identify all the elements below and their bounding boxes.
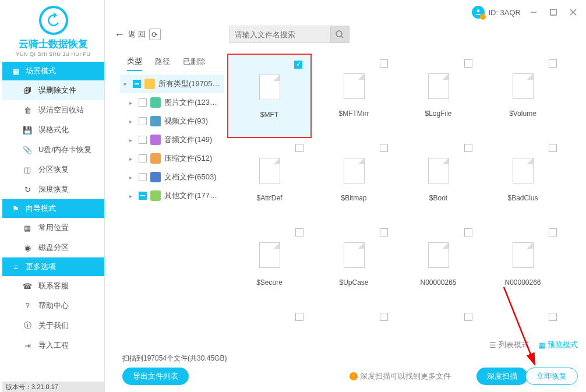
- file-name-label: $Volume: [509, 110, 536, 118]
- file-checkbox[interactable]: [380, 144, 388, 152]
- file-checkbox[interactable]: [549, 59, 557, 68]
- file-card[interactable]: N00000266: [481, 223, 565, 307]
- file-card[interactable]: [227, 307, 312, 334]
- chevron-right-icon: ▸: [129, 193, 135, 199]
- file-card[interactable]: $BadClus: [481, 138, 565, 223]
- file-name-label: $Secure: [256, 278, 283, 287]
- tree-row[interactable]: ▾所有类型(19705…: [120, 75, 224, 93]
- recover-now-button[interactable]: 立即恢复: [525, 368, 578, 385]
- file-card[interactable]: $MFTMirr: [312, 54, 396, 138]
- close-button[interactable]: [566, 5, 580, 19]
- file-name-label: N00000265: [420, 278, 456, 287]
- search-input[interactable]: [230, 26, 331, 43]
- nav-about[interactable]: ⓘ关于我们: [2, 316, 104, 336]
- file-checkbox[interactable]: [295, 228, 303, 236]
- deep-scan-tip: ! 深度扫描可以找到更多文件: [350, 371, 451, 382]
- chevron-right-icon: ▸: [129, 118, 135, 125]
- maximize-button[interactable]: [546, 5, 560, 19]
- file-checkbox[interactable]: [464, 313, 472, 321]
- nav-format[interactable]: 💾误格式化: [2, 120, 104, 140]
- nav-help[interactable]: ？帮助中心: [2, 296, 104, 316]
- file-card[interactable]: $LogFile: [396, 54, 481, 138]
- trash-icon: 🗑: [22, 105, 33, 115]
- nav-partition[interactable]: ◫分区恢复: [2, 160, 104, 179]
- file-card[interactable]: $UpCase: [312, 223, 396, 307]
- file-card[interactable]: [481, 307, 565, 334]
- file-checkbox[interactable]: [295, 144, 303, 152]
- file-card[interactable]: $Boot: [396, 138, 481, 223]
- file-type-icon: [150, 116, 161, 126]
- file-checkbox[interactable]: [380, 59, 388, 68]
- nav-contact[interactable]: ☎联系客服: [2, 276, 104, 296]
- tree-checkbox[interactable]: [139, 154, 147, 163]
- file-name-label: $Bitmap: [341, 194, 366, 202]
- file-checkbox[interactable]: [464, 228, 472, 236]
- disk-icon: 💾: [22, 125, 33, 135]
- tree-checkbox[interactable]: [139, 98, 147, 107]
- file-checkbox[interactable]: [549, 313, 557, 321]
- file-card[interactable]: [396, 307, 481, 334]
- file-thumb-icon: [513, 242, 534, 268]
- file-checkbox[interactable]: [549, 228, 557, 236]
- tree-row[interactable]: ▸音频文件(149): [120, 130, 224, 149]
- list-mode-button[interactable]: ☰列表模式: [489, 340, 529, 350]
- tab-deleted[interactable]: 已删除: [183, 56, 206, 70]
- version-label: 版本号：3.21.0.17: [2, 382, 104, 392]
- tree-checkbox[interactable]: [133, 80, 141, 88]
- section-scene-mode: ▦ 场景模式: [2, 62, 104, 80]
- file-thumb-icon: [259, 242, 280, 268]
- tree-label: 所有类型(19705…: [158, 79, 220, 89]
- back-button[interactable]: ← 返 回 ⟳: [114, 29, 161, 41]
- file-checkbox[interactable]: [294, 61, 302, 69]
- tree-row[interactable]: ▸其他文件(177…: [120, 186, 224, 205]
- file-name-label: N00000266: [504, 278, 541, 287]
- file-card[interactable]: $Secure: [227, 223, 312, 307]
- search-box: [230, 26, 350, 43]
- deep-scan-button[interactable]: 深度扫描: [476, 368, 528, 385]
- file-name-label: $AttrDef: [256, 194, 282, 202]
- preview-mode-button[interactable]: ▦预览模式: [538, 340, 578, 350]
- file-checkbox[interactable]: [549, 144, 557, 152]
- tree-row[interactable]: ▸文档文件(6503): [120, 168, 224, 186]
- nav-import[interactable]: ⇥导入工程: [2, 336, 104, 355]
- tree-checkbox[interactable]: [139, 173, 147, 181]
- user-id-badge[interactable]: ID: 3AQR: [472, 6, 521, 19]
- tree-row[interactable]: ▸压缩文件(512): [120, 149, 224, 168]
- file-checkbox[interactable]: [380, 313, 388, 321]
- tree-checkbox[interactable]: [139, 117, 147, 125]
- nav-deleted-files[interactable]: 🗐误删除文件: [2, 80, 104, 100]
- file-checkbox[interactable]: [380, 228, 388, 236]
- tree-row[interactable]: ▸视频文件(93): [120, 112, 224, 130]
- file-card[interactable]: $Bitmap: [312, 138, 396, 223]
- file-card[interactable]: $Volume: [481, 54, 565, 138]
- tree-checkbox[interactable]: [139, 136, 147, 144]
- file-name-label: $UpCase: [339, 278, 368, 287]
- title-bar: ID: 3AQR: [106, 0, 586, 24]
- nav-common-loc[interactable]: ▦常用位置: [2, 218, 104, 238]
- minimize-button[interactable]: [527, 5, 541, 19]
- chevron-right-icon: ▸: [129, 174, 135, 181]
- tab-type[interactable]: 类型: [127, 56, 142, 71]
- nav-usb-sd[interactable]: 📎U盘/内存卡恢复: [2, 140, 104, 160]
- nav-disk-partition[interactable]: ◉磁盘分区: [2, 238, 104, 257]
- file-card[interactable]: [312, 307, 396, 334]
- tree-checkbox[interactable]: [139, 192, 147, 200]
- tree-row[interactable]: ▸图片文件(123…: [120, 93, 224, 112]
- export-list-button[interactable]: 导出文件列表: [122, 368, 189, 385]
- file-card[interactable]: $MFT: [227, 54, 312, 138]
- search-button[interactable]: [331, 26, 350, 43]
- chevron-right-icon: ▸: [129, 100, 135, 106]
- file-checkbox[interactable]: [464, 59, 472, 68]
- file-checkbox[interactable]: [464, 144, 472, 152]
- file-thumb-icon: [259, 158, 280, 183]
- file-name-label: $BadClus: [507, 194, 538, 202]
- tab-path[interactable]: 路径: [155, 56, 170, 70]
- file-checkbox[interactable]: [295, 313, 303, 321]
- file-thumb-icon: [513, 73, 534, 99]
- file-card[interactable]: N00000265: [396, 223, 481, 307]
- grid-icon: ▦: [538, 341, 545, 349]
- nav-deep-recover[interactable]: ↻深度恢复: [2, 179, 104, 199]
- file-thumb-icon: [428, 242, 449, 268]
- file-card[interactable]: $AttrDef: [227, 138, 312, 223]
- nav-recycle-bin[interactable]: 🗑误清空回收站: [2, 100, 104, 120]
